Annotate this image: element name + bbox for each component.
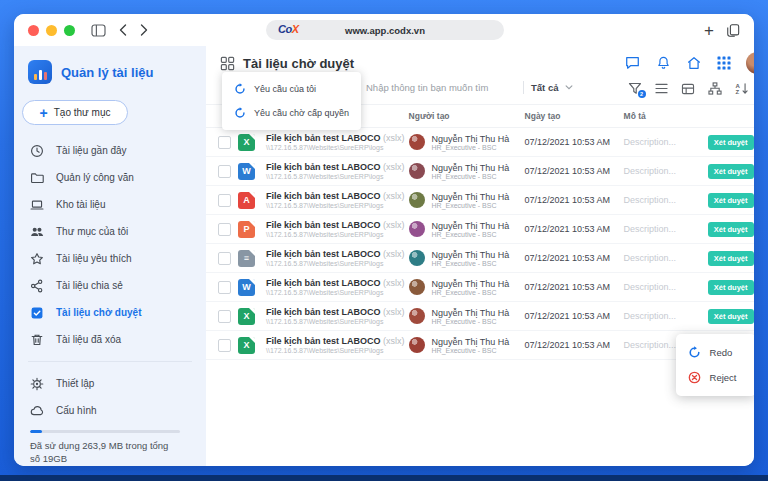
row-checkbox[interactable]	[218, 281, 231, 294]
file-name: File kịch bản test LABOCO (xslx)	[266, 336, 405, 346]
row-checkbox[interactable]	[218, 194, 231, 207]
context-item-reject[interactable]: Reject	[676, 365, 754, 390]
sidebar-item-settings[interactable]: Thiết lập	[14, 370, 206, 397]
sort-az-icon[interactable]: AZ	[735, 82, 749, 95]
table-row[interactable]: W File kịch bản test LABOCO (xslx) \\172…	[206, 273, 754, 302]
row-description: Description...	[624, 166, 694, 176]
bell-icon[interactable]	[656, 55, 671, 71]
table-row[interactable]: X File kịch bản test LABOCO (xslx) \\172…	[206, 128, 754, 157]
row-checkbox[interactable]	[218, 136, 231, 149]
table-row[interactable]: X File kịch bản test LABOCO (xslx) \\172…	[206, 302, 754, 331]
row-checkbox[interactable]	[218, 339, 231, 352]
table-row[interactable]: P File kịch bản test LABOCO (xslx) \\172…	[206, 215, 754, 244]
table-row[interactable]: ≡ File kịch bản test LABOCO (xslx) \\172…	[206, 244, 754, 273]
sidebar-item-official-docs[interactable]: Quản lý công văn	[14, 164, 206, 191]
scope-filter[interactable]: Tất cả	[531, 82, 558, 93]
sidebar-item-pending-approval[interactable]: Tài liệu chờ duyệt	[14, 299, 206, 326]
context-item-redo[interactable]: Redo	[676, 340, 754, 365]
svg-text:Z: Z	[735, 89, 739, 95]
back-icon[interactable]	[119, 24, 127, 36]
user-avatar[interactable]	[746, 52, 754, 74]
status-badge[interactable]: Xét duyệt	[708, 193, 754, 208]
row-checkbox[interactable]	[218, 310, 231, 323]
file-type-icon: W	[238, 163, 255, 180]
storage-progress-bar	[30, 430, 180, 433]
minimize-window-button[interactable]	[46, 25, 57, 36]
hierarchy-view-icon[interactable]	[708, 82, 722, 95]
file-extension: (xslx)	[383, 249, 405, 259]
sidebar-item-recent[interactable]: Tài liệu gần đây	[14, 137, 206, 164]
creator-name: Nguyễn Thị Thu Hà	[432, 221, 510, 231]
filter-button[interactable]: 2	[628, 82, 642, 95]
sidebar-item-configuration[interactable]: Cấu hình	[14, 397, 206, 424]
row-checkbox[interactable]	[218, 165, 231, 178]
sidebar-toggle-icon[interactable]	[91, 24, 106, 37]
status-badge[interactable]: Xét duyệt	[708, 280, 754, 295]
svg-text:A: A	[735, 83, 740, 89]
list-view-icon[interactable]	[655, 83, 668, 94]
category-grid-icon[interactable]	[220, 56, 235, 71]
approval-check-icon	[30, 306, 44, 320]
file-extension: (xslx)	[383, 278, 405, 288]
chevron-down-icon[interactable]	[565, 85, 573, 90]
creator-role: HR_Executive - BSC	[432, 318, 510, 325]
close-window-button[interactable]	[28, 25, 39, 36]
creator-role: HR_Executive - BSC	[432, 289, 510, 296]
file-extension: (xslx)	[383, 336, 405, 346]
sidebar-item-repository[interactable]: Kho tài liệu	[14, 191, 206, 218]
menu-item-pending-permission[interactable]: Yêu cầu chờ cấp quyền	[222, 101, 361, 125]
chat-icon[interactable]	[624, 55, 641, 71]
tabs-overview-icon[interactable]	[726, 23, 740, 38]
apps-grid-icon[interactable]	[717, 56, 731, 70]
file-type-icon: ≡	[238, 250, 255, 267]
status-badge[interactable]: Xét duyệt	[708, 309, 754, 324]
file-path: \\172.16.5.87\Websites\SureERP\logs	[266, 347, 405, 354]
creator-avatar	[409, 250, 425, 266]
row-checkbox[interactable]	[218, 223, 231, 236]
creator-role: HR_Executive - BSC	[432, 202, 510, 209]
search-input[interactable]	[364, 81, 516, 94]
table-row[interactable]: W File kịch bản test LABOCO (xslx) \\172…	[206, 157, 754, 186]
sidebar-item-my-folders[interactable]: Thư mục của tôi	[14, 218, 206, 245]
status-badge[interactable]: Xét duyệt	[708, 251, 754, 266]
sidebar: Quản lý tài liệu + Tạo thư mục Tài liệu …	[14, 46, 206, 466]
file-path: \\172.16.5.87\Websites\SureERP\logs	[266, 173, 405, 180]
refresh-icon	[234, 83, 246, 95]
clock-icon	[30, 144, 44, 158]
search-divider	[523, 81, 524, 94]
laptop-icon	[30, 198, 44, 212]
creator-name: Nguyễn Thị Thu Hà	[432, 250, 510, 260]
title-dropdown-menu: Yêu cầu của tôi Yêu cầu chờ cấp quyền	[222, 72, 361, 130]
card-view-icon[interactable]	[681, 83, 695, 95]
file-type-icon: X	[238, 308, 255, 325]
file-path: \\172.16.5.87\Websites\SureERP\logs	[266, 202, 405, 209]
file-name: File kịch bản test LABOCO (xslx)	[266, 278, 405, 288]
file-path: \\172.16.5.87\Websites\SureERP\logs	[266, 231, 405, 238]
maximize-window-button[interactable]	[64, 25, 75, 36]
sidebar-item-shared[interactable]: Tài liệu chia sẻ	[14, 272, 206, 299]
created-date: 07/12/2021 10:53 AM	[525, 340, 620, 350]
forward-icon[interactable]	[140, 24, 148, 36]
status-badge[interactable]: Xét duyệt	[708, 135, 754, 150]
creator-cell: Nguyễn Thị Thu Hà HR_Executive - BSC	[409, 279, 521, 296]
storage-usage: Đã sử dụng 263,9 MB trong tổng số 19GB	[14, 424, 206, 466]
status-badge[interactable]: Xét duyệt	[708, 222, 754, 237]
file-extension: (xslx)	[383, 307, 405, 317]
address-bar[interactable]: CoX www.app.codx.vn	[266, 20, 504, 40]
creator-avatar	[409, 163, 425, 179]
create-folder-button[interactable]: + Tạo thư mục	[22, 100, 128, 125]
menu-item-my-requests[interactable]: Yêu cầu của tôi	[222, 77, 361, 101]
created-date: 07/12/2021 10:53 AM	[525, 224, 620, 234]
sidebar-item-favorites[interactable]: Tài liệu yêu thích	[14, 245, 206, 272]
new-tab-button[interactable]: +	[704, 22, 714, 39]
home-icon[interactable]	[686, 55, 702, 71]
status-badge[interactable]: Xét duyệt	[708, 164, 754, 179]
row-checkbox[interactable]	[218, 252, 231, 265]
redo-icon	[688, 346, 701, 359]
people-icon	[30, 225, 44, 239]
folder-icon	[30, 171, 44, 185]
table-row[interactable]: A File kịch bản test LABOCO (xslx) \\172…	[206, 186, 754, 215]
cloud-icon	[30, 404, 44, 418]
table-row[interactable]: X File kịch bản test LABOCO (xslx) \\172…	[206, 331, 754, 360]
sidebar-item-deleted[interactable]: Tài liệu đã xóa	[14, 326, 206, 353]
